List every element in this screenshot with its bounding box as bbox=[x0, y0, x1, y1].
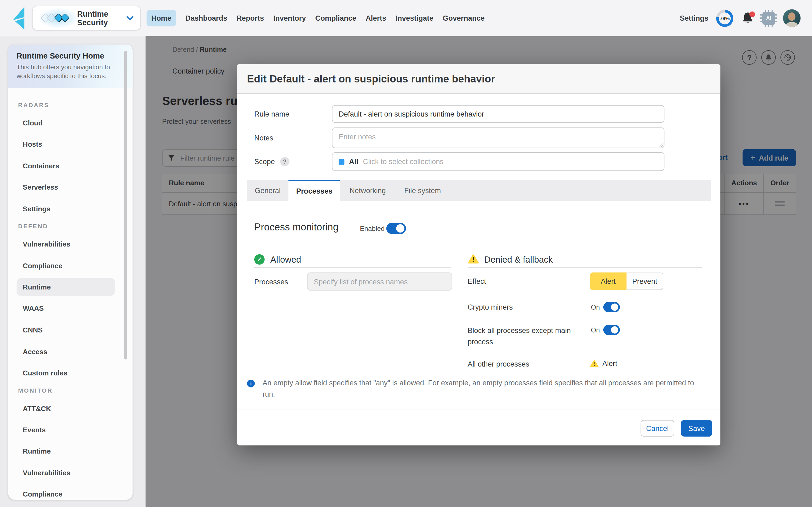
scope-label: Scope ? bbox=[254, 153, 289, 171]
sidebar-header: Runtime Security Home This hub offers yo… bbox=[8, 45, 133, 88]
allowed-processes-label: Processes bbox=[254, 272, 288, 291]
usage-progress-ring[interactable]: 78% bbox=[716, 10, 733, 27]
tab-processes-active[interactable]: Processes bbox=[288, 180, 340, 201]
crypto-miners-toggle[interactable] bbox=[603, 302, 620, 312]
sidebar-column: Runtime Security Home This hub offers yo… bbox=[0, 36, 146, 507]
nav-right-cluster: Settings 78% AI bbox=[680, 0, 801, 36]
scope-value: All bbox=[349, 157, 358, 166]
alert-warning-icon bbox=[590, 359, 599, 368]
sidebar-scrollbar[interactable] bbox=[124, 51, 127, 359]
crypto-miners-state: On bbox=[591, 303, 599, 311]
usage-percent-label: 78% bbox=[720, 15, 730, 21]
sidebar-item-cnns[interactable]: CNNS bbox=[17, 321, 115, 339]
product-switcher[interactable]: Runtime Security bbox=[32, 6, 141, 31]
enabled-label: Enabled bbox=[360, 225, 385, 233]
nav-item-inventory[interactable]: Inventory bbox=[273, 14, 306, 22]
rule-name-label: Rule name bbox=[254, 105, 289, 123]
sidebar-item-runtime-monitor[interactable]: Runtime bbox=[17, 442, 115, 460]
scope-all-chip-icon bbox=[339, 159, 344, 164]
scope-help-icon[interactable]: ? bbox=[280, 157, 289, 166]
nav-item-compliance[interactable]: Compliance bbox=[315, 14, 356, 22]
process-monitoring-toggle[interactable] bbox=[387, 223, 406, 234]
notes-label: Notes bbox=[254, 129, 273, 147]
notification-badge bbox=[749, 11, 755, 17]
info-icon bbox=[247, 380, 255, 388]
nav-item-dashboards[interactable]: Dashboards bbox=[185, 14, 227, 22]
settings-link[interactable]: Settings bbox=[680, 14, 709, 22]
effect-label: Effect bbox=[467, 272, 486, 290]
block-all-processes-label: Block all processes except main process bbox=[467, 325, 587, 347]
edit-rule-modal: Edit Default - alert on suspicious runti… bbox=[237, 64, 720, 445]
sidebar-panel: Runtime Security Home This hub offers yo… bbox=[8, 45, 133, 500]
ai-assistant-icon[interactable]: AI bbox=[762, 11, 775, 24]
sidebar-item-vulnerabilities[interactable]: Vulnerabilities bbox=[17, 235, 115, 253]
sidebar-item-custom-rules[interactable]: Custom rules bbox=[17, 364, 115, 382]
sidebar-item-serverless[interactable]: Serverless bbox=[17, 178, 115, 196]
block-all-processes-state: On bbox=[591, 326, 599, 334]
modal-title: Edit Default - alert on suspicious runti… bbox=[237, 64, 720, 94]
sidebar-item-vulnerabilities-monitor[interactable]: Vulnerabilities bbox=[17, 464, 115, 482]
nav-menu: Home Dashboards Reports Inventory Compli… bbox=[147, 0, 485, 36]
sidebar-title: Runtime Security Home bbox=[17, 51, 124, 60]
denied-heading: Denied & fallback bbox=[484, 255, 553, 265]
tab-networking[interactable]: Networking bbox=[340, 180, 395, 201]
sidebar-section-defend: DEFEND bbox=[18, 220, 48, 233]
sidebar-section-monitor: MONITOR bbox=[18, 384, 53, 397]
sidebar-description: This hub offers you navigation to workfl… bbox=[17, 63, 124, 81]
sidebar-section-radars: RADARS bbox=[18, 99, 49, 111]
top-nav: Runtime Security Home Dashboards Reports… bbox=[0, 0, 812, 36]
process-monitoring-heading: Process monitoring bbox=[254, 222, 339, 233]
allowed-check-icon bbox=[254, 254, 265, 265]
allowed-heading: Allowed bbox=[271, 255, 301, 265]
effect-option-alert[interactable]: Alert bbox=[590, 272, 627, 290]
all-other-processes-label: All other processes bbox=[467, 359, 529, 369]
sidebar-item-waas[interactable]: WAAS bbox=[17, 299, 115, 317]
allowed-divider bbox=[254, 267, 451, 268]
nav-item-governance[interactable]: Governance bbox=[443, 14, 485, 22]
user-avatar[interactable] bbox=[783, 9, 801, 27]
sidebar-item-hosts[interactable]: Hosts bbox=[17, 135, 115, 153]
sidebar-item-events[interactable]: Events bbox=[17, 421, 115, 439]
tab-general[interactable]: General bbox=[247, 180, 288, 201]
footer-divider bbox=[237, 409, 720, 410]
sidebar-item-attack[interactable]: ATT&CK bbox=[17, 400, 115, 417]
prisma-cloud-logo-icon bbox=[12, 7, 25, 30]
notes-textarea[interactable] bbox=[332, 127, 664, 148]
sidebar-item-containers[interactable]: Containers bbox=[17, 157, 115, 175]
scope-select[interactable]: All Click to select collections bbox=[332, 152, 664, 171]
sidebar-item-compliance-monitor[interactable]: Compliance bbox=[17, 485, 115, 500]
sidebar-item-runtime-active[interactable]: Runtime bbox=[17, 278, 115, 296]
sidebar-item-compliance[interactable]: Compliance bbox=[17, 257, 115, 275]
sidebar-item-cloud[interactable]: Cloud bbox=[17, 114, 115, 131]
effect-segmented-control: Alert Prevent bbox=[590, 272, 663, 290]
denied-divider bbox=[467, 267, 702, 268]
nav-item-home[interactable]: Home bbox=[147, 10, 176, 26]
chevron-down-icon bbox=[126, 16, 134, 21]
textarea-resize-handle-icon[interactable] bbox=[659, 142, 663, 147]
app-window: Runtime Security Home Dashboards Reports… bbox=[0, 0, 812, 507]
nav-item-reports[interactable]: Reports bbox=[237, 14, 264, 22]
allowed-processes-input[interactable] bbox=[307, 272, 452, 291]
sidebar-item-settings[interactable]: Settings bbox=[17, 200, 115, 218]
notifications-bell-icon[interactable] bbox=[741, 11, 755, 25]
save-button[interactable]: Save bbox=[681, 420, 712, 437]
nav-item-alerts[interactable]: Alerts bbox=[366, 14, 387, 22]
modal-note: An empty allow field specifies that "any… bbox=[263, 378, 701, 400]
rule-name-input[interactable] bbox=[332, 105, 664, 123]
modal-tabs: General Processes Networking File system bbox=[247, 180, 711, 201]
warning-triangle-icon bbox=[467, 254, 479, 264]
all-other-processes-value: Alert bbox=[602, 359, 617, 368]
sidebar-item-access[interactable]: Access bbox=[17, 343, 115, 361]
block-all-processes-toggle[interactable] bbox=[603, 325, 620, 335]
cancel-button[interactable]: Cancel bbox=[641, 420, 674, 437]
scope-placeholder: Click to select collections bbox=[363, 157, 444, 166]
tab-file-system[interactable]: File system bbox=[395, 180, 450, 201]
nav-item-investigate[interactable]: Investigate bbox=[396, 14, 433, 22]
effect-option-prevent[interactable]: Prevent bbox=[627, 272, 663, 290]
scope-label-text: Scope bbox=[254, 157, 275, 166]
crypto-miners-label: Crypto miners bbox=[467, 302, 513, 312]
